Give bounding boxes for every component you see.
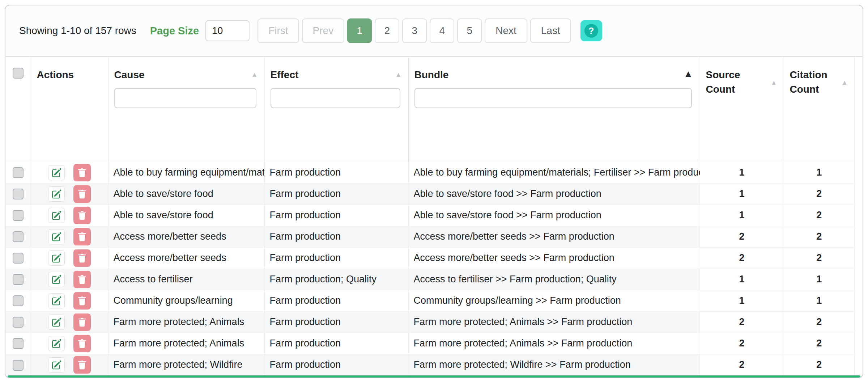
table-row: Farm more protected; Animals Farm produc… (5, 333, 855, 354)
row-checkbox[interactable] (13, 167, 24, 178)
table-body: Able to buy farming equipment/materials … (5, 162, 855, 375)
row-checkbox[interactable] (13, 189, 24, 199)
pagination-first-button[interactable]: First (258, 18, 299, 43)
edit-button[interactable] (48, 357, 65, 373)
edit-button[interactable] (48, 293, 65, 308)
delete-button[interactable] (73, 228, 91, 245)
bundle-cell: Farm more protected; Animals >> Farm pro… (408, 311, 700, 333)
source-count-cell: 1 (700, 205, 784, 226)
cause-cell: Farm more protected; Wildfire (108, 354, 264, 375)
cause-column-label[interactable]: Cause (109, 57, 264, 82)
effect-cell: Farm production (264, 354, 408, 375)
bundle-cell: Access more/better seeds >> Farm product… (408, 226, 700, 247)
table-row: Access more/better seeds Farm production… (5, 226, 855, 247)
header-row: Actions Cause ▲ Effect ▲ (5, 57, 855, 162)
table-row: Able to save/store food Farm production … (5, 183, 855, 205)
row-checkbox[interactable] (13, 253, 24, 264)
source-count-cell: 2 (700, 247, 784, 269)
page: Showing 1-10 of 157 rows Page Size First… (0, 0, 868, 383)
delete-button[interactable] (73, 271, 91, 288)
effect-cell: Farm production (264, 290, 408, 311)
source-count-cell: 2 (700, 333, 784, 354)
delete-button[interactable] (73, 185, 91, 203)
delete-button[interactable] (73, 292, 91, 310)
citation-count-column-label[interactable]: Citation Count (784, 57, 855, 97)
bundle-sort-icon[interactable]: ▲ (684, 69, 693, 79)
table-toolbar: Showing 1-10 of 157 rows Page Size First… (5, 5, 863, 56)
question-mark-icon: ? (584, 24, 598, 38)
edit-button[interactable] (48, 336, 65, 351)
source-count-cell: 1 (700, 269, 784, 290)
table-row: Access more/better seeds Farm production… (5, 247, 855, 269)
pagination-page-1-button[interactable]: 1 (347, 18, 372, 43)
page-size-input[interactable] (205, 20, 250, 41)
bundle-cell: Farm more protected; Animals >> Farm pro… (408, 333, 700, 354)
edit-button[interactable] (48, 229, 65, 244)
row-checkbox[interactable] (13, 274, 24, 285)
citation-count-sort-icon[interactable]: ▲ (841, 79, 848, 86)
source-count-sort-icon[interactable]: ▲ (771, 79, 777, 86)
bundle-filter-input[interactable] (414, 88, 692, 108)
cause-cell: Access more/better seeds (108, 247, 264, 269)
actions-column-header: Actions (31, 57, 108, 162)
cause-column-header: Cause ▲ (108, 57, 264, 162)
citation-count-cell: 2 (784, 311, 855, 333)
bundle-cell: Access to fertiliser >> Farm production;… (408, 269, 700, 290)
edit-button[interactable] (48, 208, 65, 223)
cause-cell: Farm more protected; Animals (108, 333, 264, 354)
source-count-cell: 1 (700, 183, 784, 205)
source-count-cell: 2 (700, 226, 784, 247)
bundle-column-label[interactable]: Bundle (409, 57, 700, 82)
cause-sort-icon[interactable]: ▲ (251, 71, 258, 78)
row-checkbox[interactable] (13, 295, 24, 306)
source-count-column-header: Source Count ▲ (700, 57, 784, 162)
cause-cell: Access more/better seeds (108, 226, 264, 247)
edit-button[interactable] (48, 186, 65, 202)
row-checkbox[interactable] (13, 338, 24, 349)
effect-sort-icon[interactable]: ▲ (395, 71, 402, 78)
bundle-cell: Farm more protected; Wildfire >> Farm pr… (408, 354, 700, 375)
edit-button[interactable] (48, 251, 65, 266)
page-size-label: Page Size (150, 25, 199, 37)
delete-button[interactable] (73, 249, 91, 267)
help-button[interactable]: ? (580, 20, 602, 41)
citation-count-column-header: Citation Count ▲ (784, 57, 855, 162)
delete-button[interactable] (73, 207, 91, 224)
edit-button[interactable] (48, 272, 65, 287)
row-checkbox[interactable] (13, 210, 24, 221)
pagination-last-button[interactable]: Last (530, 18, 571, 43)
effect-cell: Farm production (264, 333, 408, 354)
row-checkbox[interactable] (13, 317, 24, 328)
select-all-checkbox[interactable] (13, 68, 24, 79)
effect-filter-input[interactable] (271, 88, 400, 108)
pagination-prev-button[interactable]: Prev (302, 18, 345, 43)
cause-filter-input[interactable] (114, 88, 256, 108)
pagination-next-button[interactable]: Next (485, 18, 527, 43)
table-row: Access to fertiliser Farm production; Qu… (5, 269, 855, 290)
source-count-cell: 2 (700, 354, 784, 375)
delete-button[interactable] (73, 335, 91, 352)
delete-button[interactable] (73, 356, 91, 374)
pagination-page-3-button[interactable]: 3 (402, 18, 427, 43)
cause-cell: Farm more protected; Animals (108, 311, 264, 333)
table-row: Able to buy farming equipment/materials … (5, 162, 855, 183)
effect-cell: Farm production (264, 226, 408, 247)
citation-count-cell: 2 (784, 205, 855, 226)
edit-button[interactable] (48, 315, 65, 330)
table-row: Community groups/learning Farm productio… (5, 290, 855, 311)
pagination-page-5-button[interactable]: 5 (457, 18, 482, 43)
bundle-cell: Able to save/store food >> Farm producti… (408, 183, 700, 205)
edit-button[interactable] (48, 165, 65, 180)
pagination-page-2-button[interactable]: 2 (375, 18, 399, 43)
table-row: Able to save/store food Farm production … (5, 205, 855, 226)
bundle-cell: Community groups/learning >> Farm produc… (408, 290, 700, 311)
pagination-page-4-button[interactable]: 4 (430, 18, 454, 43)
source-count-column-label[interactable]: Source Count (700, 57, 784, 97)
row-checkbox[interactable] (13, 360, 24, 371)
row-checkbox[interactable] (13, 231, 24, 242)
delete-button[interactable] (73, 164, 91, 181)
cause-cell: Access to fertiliser (108, 269, 264, 290)
delete-button[interactable] (73, 313, 91, 331)
effect-column-label[interactable]: Effect (265, 57, 408, 82)
select-all-header-cell (5, 57, 31, 162)
